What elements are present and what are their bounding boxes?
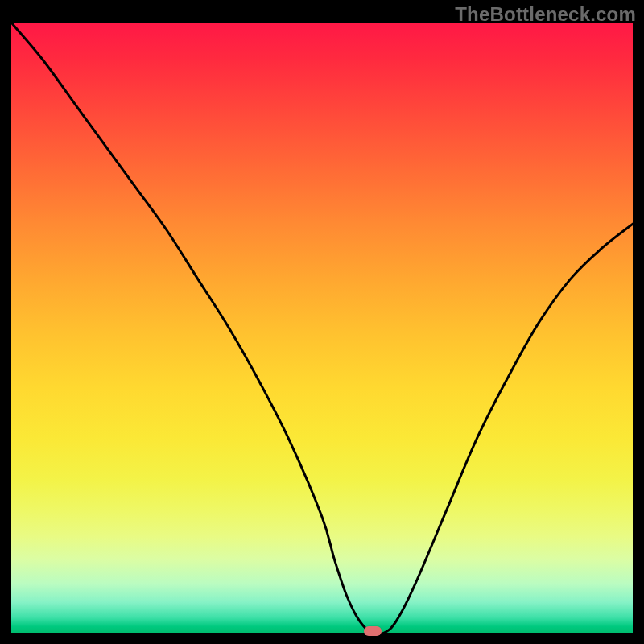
chart-frame: TheBottleneck.com — [0, 0, 644, 644]
minimum-marker — [364, 626, 382, 636]
watermark-text: TheBottleneck.com — [455, 3, 636, 26]
plot-area — [11, 23, 633, 633]
bottleneck-curve — [11, 23, 633, 633]
